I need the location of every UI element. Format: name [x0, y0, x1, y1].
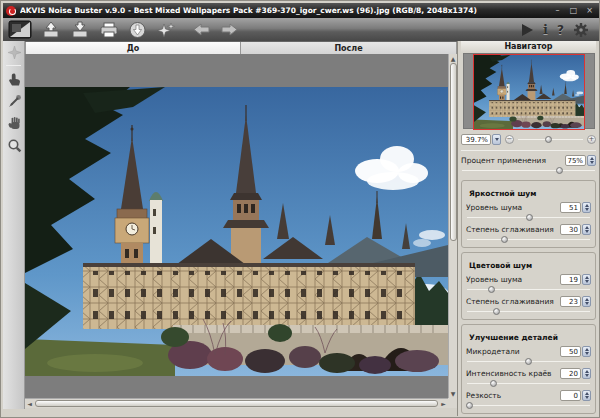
slider-label: Микродетали: [466, 347, 560, 356]
zoom-slider[interactable]: [517, 135, 584, 144]
apply-percent-slider[interactable]: [461, 166, 596, 176]
value-spinner[interactable]: [582, 296, 591, 307]
scroll-left-icon[interactable]: ◄: [25, 399, 34, 408]
apply-percent-spinner[interactable]: [587, 155, 596, 166]
slider-value[interactable]: 50: [560, 346, 581, 357]
microdetails-slider[interactable]: [466, 357, 591, 367]
horizontal-scroll-thumb[interactable]: [35, 400, 438, 407]
zoom-value-field[interactable]: 39.7%: [461, 134, 491, 145]
zoom-slider-thumb[interactable]: [545, 136, 552, 143]
group-title: Яркостной шум: [467, 189, 538, 198]
slider-value[interactable]: 51: [560, 202, 581, 213]
scrollbar-corner: [448, 398, 457, 408]
group-luminance-noise: Яркостной шум Уровень шума 51 Степень сг…: [461, 180, 596, 248]
value-spinner[interactable]: [582, 224, 591, 235]
zoom-controls: 39.7% − +: [461, 131, 596, 147]
slider-value[interactable]: 0: [560, 390, 581, 401]
photo-before: [25, 87, 448, 376]
group-title: Улучшение деталей: [467, 333, 560, 342]
scroll-right-icon[interactable]: ►: [439, 399, 448, 408]
save-icon[interactable]: [70, 20, 90, 40]
value-spinner[interactable]: [582, 368, 591, 379]
slider-value[interactable]: 30: [560, 224, 581, 235]
scroll-up-icon[interactable]: ▲: [449, 54, 457, 63]
slider-label: Резкость: [466, 391, 560, 400]
scroll-down-icon[interactable]: ▼: [449, 389, 457, 398]
close-button[interactable]: ×: [583, 6, 596, 16]
preview-area-tool[interactable]: [3, 41, 25, 63]
apply-percent-label: Процент применения: [461, 156, 565, 165]
redo-icon[interactable]: [220, 20, 239, 40]
help-icon[interactable]: ?: [557, 20, 564, 40]
apply-percent-row: Процент применения 75%: [461, 154, 596, 166]
slider-label: Интенсивность краёв: [466, 369, 560, 378]
maximize-button[interactable]: □: [567, 6, 580, 16]
zoom-in-button[interactable]: +: [587, 135, 596, 144]
print-icon[interactable]: [99, 20, 119, 40]
value-spinner[interactable]: [582, 346, 591, 357]
toolbar: i ?: [3, 18, 599, 41]
navigator-thumbnail[interactable]: [463, 53, 595, 129]
navigator-title: Навигатор: [461, 41, 596, 53]
value-spinner[interactable]: [582, 274, 591, 285]
group-detail-enhancement: Улучшение деталей Микродетали 50 Интенси…: [461, 324, 596, 414]
workspace-toggle-icon[interactable]: [8, 20, 32, 40]
run-icon[interactable]: [521, 20, 534, 40]
noise-level-slider[interactable]: [466, 213, 591, 223]
value-spinner[interactable]: [582, 390, 591, 401]
app-window: AKVIS Noise Buster v.9.0 - Best Mixed Wa…: [0, 0, 600, 418]
noise-level-slider[interactable]: [466, 285, 591, 295]
panel-divider: [461, 150, 596, 151]
apply-percent-value[interactable]: 75%: [565, 155, 586, 166]
smoothing-slider[interactable]: [466, 307, 591, 317]
slider-label: Степень сглаживания: [466, 225, 560, 234]
image-canvas[interactable]: [25, 54, 448, 398]
edge-intensity-slider[interactable]: [466, 379, 591, 389]
horizontal-scrollbar[interactable]: ◄ ►: [25, 398, 448, 408]
minimize-button[interactable]: –: [551, 6, 564, 16]
tools-sidebar: [3, 41, 25, 409]
zoom-out-button[interactable]: −: [505, 135, 514, 144]
import-icon[interactable]: [128, 20, 147, 40]
eyedropper-tool[interactable]: [3, 90, 25, 112]
slider-label: Уровень шума: [466, 203, 560, 212]
batch-processing-icon[interactable]: [156, 20, 176, 40]
last-state-finger-tool[interactable]: [3, 68, 25, 90]
info-icon[interactable]: i: [543, 20, 548, 40]
akvis-logo-icon: [6, 6, 16, 16]
group-title: Цветовой шум: [467, 261, 534, 270]
value-spinner[interactable]: [582, 202, 591, 213]
slider-label: Уровень шума: [466, 275, 560, 284]
settings-panel: Навигатор 39.7% − + Процент применения 7…: [457, 41, 599, 416]
tools-divider: [6, 65, 21, 66]
open-icon[interactable]: [41, 20, 61, 40]
sharpness-slider[interactable]: [466, 401, 591, 411]
title-bar[interactable]: AKVIS Noise Buster v.9.0 - Best Mixed Wa…: [3, 3, 599, 18]
navigator-view-frame[interactable]: [474, 55, 584, 129]
vertical-scrollbar[interactable]: ▲ ▼: [448, 54, 457, 398]
slider-value[interactable]: 20: [560, 368, 581, 379]
smoothing-slider[interactable]: [466, 235, 591, 245]
view-tabs: До После: [25, 41, 457, 54]
undo-icon[interactable]: [192, 20, 211, 40]
window-title: AKVIS Noise Buster v.9.0 - Best Mixed Wa…: [20, 6, 551, 15]
zoom-tool[interactable]: [3, 134, 25, 156]
hand-pan-tool[interactable]: [3, 112, 25, 134]
slider-value[interactable]: 23: [560, 296, 581, 307]
vertical-scroll-thumb[interactable]: [450, 63, 457, 241]
zoom-dropdown-button[interactable]: [492, 134, 501, 145]
slider-label: Степень сглаживания: [466, 297, 560, 306]
preferences-gear-icon[interactable]: [573, 20, 589, 40]
slider-value[interactable]: 19: [560, 274, 581, 285]
group-color-noise: Цветовой шум Уровень шума 19 Степень сгл…: [461, 252, 596, 320]
